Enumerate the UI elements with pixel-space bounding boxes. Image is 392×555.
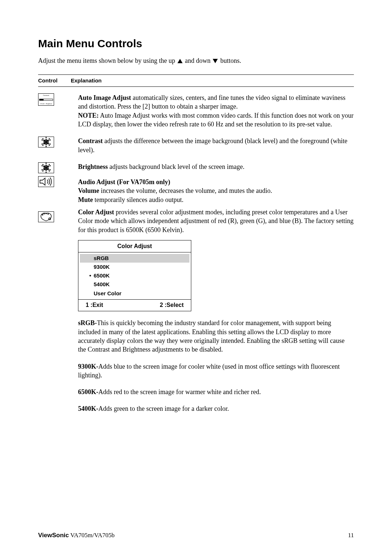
page-footer: ViewSonic VA705m/VA705b 11 bbox=[38, 531, 354, 540]
srgb-title: sRGB- bbox=[78, 319, 97, 327]
svg-point-3 bbox=[44, 213, 44, 214]
mute-label: Mute bbox=[78, 196, 93, 203]
mute-text: temporarily silences audio output. bbox=[93, 196, 183, 203]
down-triangle-icon bbox=[213, 59, 218, 63]
ca-item-label: 5400K bbox=[94, 281, 110, 287]
contrast-title: Contrast bbox=[78, 137, 103, 145]
note-label: NOTE: bbox=[78, 112, 99, 119]
icon-col bbox=[38, 137, 78, 154]
controls-table: Control Explanation Contrast 1:Exit2:☼Br… bbox=[38, 74, 354, 421]
svg-point-5 bbox=[48, 214, 48, 214]
footer-left: ViewSonic VA705m/VA705b bbox=[38, 531, 115, 540]
color-adjust-menu: Color Adjust sRGB9300K•6500K5400KUser Co… bbox=[78, 240, 191, 311]
svg-point-4 bbox=[46, 213, 46, 214]
audio-icon bbox=[38, 176, 54, 187]
ca-item-label: 6500K bbox=[94, 272, 110, 279]
text-col: Auto Image Adjust automatically sizes, c… bbox=[78, 93, 354, 129]
row-contrast: Contrast adjusts the difference between … bbox=[38, 137, 354, 154]
volume-label: Volume bbox=[78, 187, 99, 194]
icon-col bbox=[38, 208, 78, 421]
svg-point-2 bbox=[42, 214, 43, 215]
ca-item-label: User Color bbox=[94, 290, 122, 296]
audio-title: Audio Adjust (For VA705m only) bbox=[78, 178, 170, 186]
icon-col bbox=[38, 162, 78, 204]
th-explanation: Explanation bbox=[71, 77, 102, 84]
footer-brand: ViewSonic bbox=[38, 532, 69, 539]
brightness-title: Brightness bbox=[78, 163, 108, 170]
ca-title: Color Adjust bbox=[78, 240, 191, 252]
icon-col: Contrast 1:Exit2:☼Brightness bbox=[38, 93, 78, 129]
k5400-title: 5400K- bbox=[78, 405, 98, 412]
row-brightness: Brightness adjusts background black leve… bbox=[38, 162, 354, 204]
ca-item: sRGB bbox=[80, 254, 189, 263]
text-col: Color Adjust provides several color adju… bbox=[78, 208, 354, 421]
footer-page: 11 bbox=[348, 531, 354, 540]
text-col: Contrast adjusts the difference between … bbox=[78, 137, 354, 154]
intro-pre: Adjust the menu items shown below by usi… bbox=[38, 57, 177, 64]
ca-item: •6500K bbox=[78, 271, 191, 280]
up-triangle-icon bbox=[177, 59, 183, 63]
row-auto-image: Contrast 1:Exit2:☼Brightness Auto Image … bbox=[38, 93, 354, 129]
contrast-icon bbox=[38, 137, 54, 147]
color-text: provides several color adjustment modes,… bbox=[78, 208, 354, 234]
contrast-text: adjusts the difference between the image… bbox=[78, 137, 347, 153]
footer-model: VA705m/VA705b bbox=[69, 532, 115, 539]
color-adjust-icon bbox=[38, 211, 54, 222]
brightness-text: adjusts background black level of the sc… bbox=[108, 163, 244, 170]
intro-post: buttons. bbox=[219, 57, 241, 64]
ca-body: sRGB9300K•6500K5400KUser Color bbox=[78, 252, 191, 300]
ca-item-label: sRGB bbox=[94, 255, 109, 261]
note-text: Auto Image Adjust works with most common… bbox=[78, 112, 354, 128]
th-control: Control bbox=[38, 77, 71, 84]
ca-select: 2 :Select bbox=[160, 301, 184, 309]
ca-exit: 1 :Exit bbox=[86, 301, 103, 309]
k6500-text: Adds red to the screen image for warmer … bbox=[98, 388, 261, 396]
intro-mid: and down bbox=[183, 57, 212, 64]
k9300-text: Adds blue to the screen image for cooler… bbox=[78, 363, 340, 379]
ca-item: 5400K bbox=[78, 280, 191, 289]
auto-image-icon: Contrast 1:Exit2:☼Brightness bbox=[38, 93, 54, 106]
color-title: Color Adjust bbox=[78, 208, 114, 216]
volume-text: increases the volume, decreases the volu… bbox=[99, 187, 272, 194]
page-title: Main Menu Controls bbox=[38, 36, 354, 51]
ca-footer: 1 :Exit 2 :Select bbox=[78, 300, 191, 311]
auto-image-title: Auto Image Adjust bbox=[78, 94, 131, 101]
intro-text: Adjust the menu items shown below by usi… bbox=[38, 56, 354, 65]
ca-marker: • bbox=[89, 272, 94, 279]
table-header: Control Explanation bbox=[38, 74, 354, 87]
ca-item: 9300K bbox=[78, 263, 191, 271]
ca-item: User Color bbox=[78, 289, 191, 298]
brightness-icon bbox=[38, 162, 54, 173]
srgb-text: This is quickly becoming the industry st… bbox=[78, 319, 344, 353]
k9300-title: 9300K- bbox=[78, 363, 98, 370]
ca-item-label: 9300K bbox=[94, 264, 110, 270]
text-col: Brightness adjusts background black leve… bbox=[78, 162, 354, 204]
row-color: Color Adjust provides several color adju… bbox=[38, 208, 354, 421]
k6500-title: 6500K- bbox=[78, 388, 98, 396]
k5400-text: Adds green to the screen image for a dar… bbox=[98, 405, 229, 412]
